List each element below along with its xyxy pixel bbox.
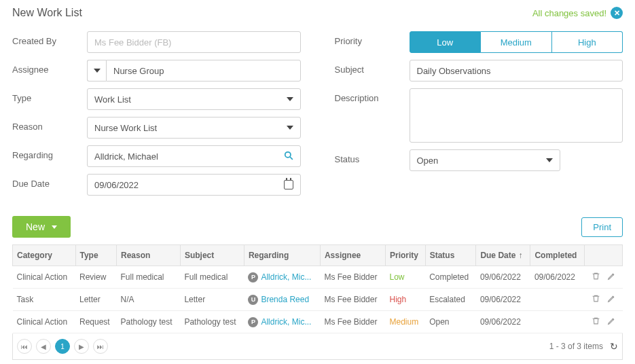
created-by-label: Created By (12, 31, 87, 46)
assignee-value: Nurse Group (113, 66, 164, 76)
edit-icon[interactable] (607, 272, 616, 283)
priority-high[interactable]: High (552, 31, 623, 53)
cell-subject: Full medical (180, 266, 244, 289)
description-textarea[interactable] (410, 88, 623, 143)
assignee-dropdown-button[interactable] (87, 60, 106, 81)
cell-assignee: Ms Fee Bidder (320, 311, 385, 333)
cell-subject: Pathology test (180, 311, 244, 333)
priority-medium[interactable]: Medium (481, 31, 552, 53)
th-subject[interactable]: Subject (180, 245, 244, 266)
table-row: Clinical ActionRequestPathology testPath… (13, 311, 623, 333)
chevron-down-icon (287, 97, 293, 101)
th-category[interactable]: Category (13, 245, 76, 266)
due-date-value: 09/06/2022 (94, 180, 139, 190)
delete-icon[interactable] (592, 316, 600, 327)
refresh-icon[interactable]: ↻ (610, 341, 618, 352)
cell-category: Clinical Action (13, 311, 76, 333)
badge-icon: P (248, 317, 258, 327)
cell-status: Completed (425, 266, 476, 289)
page-first[interactable]: ⏮ (17, 339, 32, 354)
th-priority[interactable]: Priority (385, 245, 425, 266)
th-actions (585, 245, 623, 266)
th-completed[interactable]: Completed (530, 245, 585, 266)
edit-icon[interactable] (607, 294, 616, 305)
page-1[interactable]: 1 (55, 339, 70, 354)
cell-due-date: 09/06/2022 (476, 311, 530, 333)
created-by-value: Ms Fee Bidder (FB) (94, 37, 171, 48)
badge-icon: P (248, 272, 258, 283)
status-select[interactable]: Open (410, 149, 560, 171)
page-last[interactable]: ⏭ (93, 339, 108, 354)
regarding-lookup[interactable]: Alldrick, Michael (87, 145, 301, 167)
delete-icon[interactable] (592, 272, 600, 283)
status-value: Open (417, 156, 439, 166)
assignee-input[interactable]: Nurse Group (106, 60, 301, 81)
th-due-date[interactable]: Due Date↑ (476, 245, 530, 266)
cell-assignee: Ms Fee Bidder (320, 289, 385, 311)
svg-point-0 (285, 151, 290, 157)
new-button-label: New (26, 221, 45, 232)
due-date-input[interactable]: 09/06/2022 (87, 174, 301, 196)
cell-reason: Pathology test (116, 311, 180, 333)
status-label: Status (335, 149, 410, 164)
cell-due-date: 09/06/2022 (476, 289, 530, 311)
chevron-down-icon (52, 225, 57, 229)
cell-completed (530, 289, 585, 311)
priority-label: Priority (335, 31, 410, 46)
type-select[interactable]: Work List (87, 88, 301, 110)
page-prev[interactable]: ◀ (36, 339, 51, 354)
edit-icon[interactable] (607, 316, 616, 327)
new-button[interactable]: New (12, 216, 71, 238)
calendar-icon[interactable] (284, 180, 293, 189)
description-label: Description (335, 88, 410, 103)
page-title: New Work List (12, 7, 82, 19)
assignee-label: Assignee (12, 60, 87, 75)
cell-category: Task (13, 289, 76, 311)
reason-select[interactable]: Nurse Work List (87, 117, 301, 139)
th-reason[interactable]: Reason (116, 245, 180, 266)
th-regarding[interactable]: Regarding (244, 245, 320, 266)
svg-line-1 (289, 156, 292, 159)
cell-priority: High (385, 289, 425, 311)
cell-reason: Full medical (116, 266, 180, 289)
subject-input[interactable]: Daily Observations (410, 60, 623, 81)
sort-asc-icon: ↑ (518, 251, 522, 260)
delete-icon[interactable] (592, 294, 600, 305)
search-icon[interactable] (284, 151, 293, 162)
th-assignee[interactable]: Assignee (320, 245, 385, 266)
priority-low[interactable]: Low (410, 31, 482, 53)
work-list-table: Category Type Reason Subject Regarding A… (12, 244, 623, 333)
cell-type: Request (75, 311, 116, 333)
created-by-input: Ms Fee Bidder (FB) (87, 31, 301, 53)
type-label: Type (12, 88, 87, 103)
chevron-down-icon (546, 158, 553, 162)
due-date-label: Due Date (12, 174, 87, 189)
cell-status: Open (425, 311, 476, 333)
page-next[interactable]: ▶ (74, 339, 89, 354)
print-button[interactable]: Print (581, 217, 623, 237)
cell-priority: Low (385, 266, 425, 289)
th-status[interactable]: Status (425, 245, 476, 266)
cell-completed: 09/06/2022 (530, 266, 585, 289)
cell-priority: Medium (385, 311, 425, 333)
table-row: TaskLetterN/ALetterUBrenda ReedMs Fee Bi… (13, 289, 623, 311)
th-type[interactable]: Type (75, 245, 116, 266)
cell-assignee: Ms Fee Bidder (320, 266, 385, 289)
saved-status: All changes saved! (532, 8, 606, 18)
reason-value: Nurse Work List (94, 123, 157, 133)
type-value: Work List (94, 94, 131, 105)
chevron-down-icon (287, 126, 293, 130)
subject-value: Daily Observations (417, 66, 491, 76)
regarding-link[interactable]: PAlldrick, Mic... (248, 272, 316, 283)
cell-reason: N/A (116, 289, 180, 311)
cell-status: Escalated (425, 289, 476, 311)
regarding-link[interactable]: UBrenda Reed (248, 295, 316, 305)
regarding-link[interactable]: PAlldrick, Mic... (248, 317, 316, 327)
reason-label: Reason (12, 117, 87, 132)
cell-type: Letter (75, 289, 116, 311)
table-row: Clinical ActionReviewFull medicalFull me… (13, 266, 623, 289)
regarding-label: Regarding (12, 145, 87, 160)
close-icon[interactable]: ✕ (611, 7, 623, 19)
chevron-down-icon (94, 69, 101, 73)
priority-group: Low Medium High (410, 31, 623, 53)
